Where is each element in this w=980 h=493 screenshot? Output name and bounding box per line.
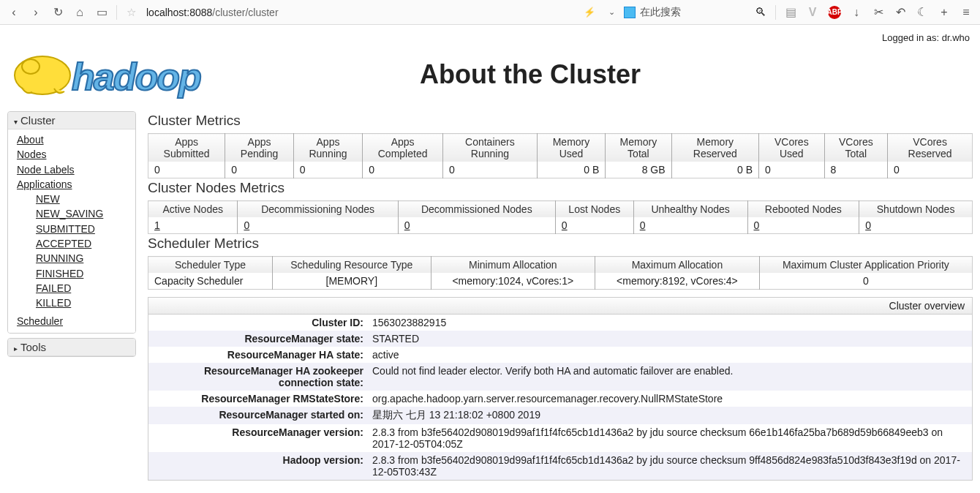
table-cell: 0 (225, 162, 294, 178)
overview-value: active (368, 347, 972, 363)
reader-icon[interactable]: ▭ (92, 3, 111, 22)
moon-icon[interactable]: ☾ (913, 3, 932, 22)
overview-value: STARTED (368, 331, 972, 347)
column-header: Rebooted Nodes (747, 201, 859, 218)
overview-value: 1563023882915 (368, 315, 972, 331)
table-cell: Capacity Scheduler (148, 273, 273, 290)
extension-icon[interactable]: ▤ (781, 3, 800, 22)
table-cell: <memory:8192, vCores:4> (595, 273, 760, 290)
table-cell: 0 (443, 162, 538, 178)
column-header: Shutdown Nodes (859, 201, 973, 218)
reload-icon[interactable]: ↻ (48, 3, 67, 22)
table-cell: <memory:1024, vCores:1> (431, 273, 595, 290)
overview-key: Hadoop version: (148, 452, 368, 480)
bookmark-star-icon[interactable]: ☆ (127, 6, 136, 19)
metric-link[interactable]: 0 (244, 219, 249, 231)
metric-link[interactable]: 0 (640, 219, 646, 231)
table-cell: 0 (747, 217, 859, 234)
table-cell: 0 (759, 273, 972, 290)
table-cell: 0 (238, 217, 398, 234)
column-header: Memory Total (606, 134, 671, 162)
menu-icon[interactable]: ≡ (957, 3, 976, 22)
sidebar-item-appstate-submitted[interactable]: SUBMITTED (17, 222, 135, 236)
table-cell: 0 (759, 162, 825, 178)
plus-icon[interactable]: + (935, 3, 954, 22)
column-header: Apps Running (293, 134, 362, 162)
v-icon[interactable]: V (803, 3, 822, 22)
cluster-metrics-table: Apps SubmittedApps PendingApps RunningAp… (148, 133, 973, 178)
sidebar-item-appstate-accepted[interactable]: ACCEPTED (17, 236, 135, 251)
column-header: Decommissioning Nodes (238, 201, 398, 218)
table-cell: [MEMORY] (273, 273, 431, 290)
download-icon[interactable]: ↓ (847, 3, 866, 22)
table-cell: 0 B (537, 162, 605, 178)
metric-link[interactable]: 1 (154, 219, 160, 231)
scheduler-metrics-table: Scheduler TypeScheduling Resource TypeMi… (148, 256, 973, 290)
scissors-icon[interactable]: ✂ (869, 3, 888, 22)
column-header: VCores Total (824, 134, 887, 162)
adblock-icon[interactable]: ABP (825, 3, 844, 22)
lightning-icon[interactable]: ⚡ (580, 3, 599, 22)
scheduler-metrics-heading: Scheduler Metrics (148, 236, 973, 252)
sidebar-item-scheduler[interactable]: Scheduler (17, 314, 135, 328)
search-icon[interactable]: 🔍︎ (751, 3, 770, 22)
back-icon[interactable]: ‹ (4, 3, 23, 22)
page-title: About the Cluster (88, 59, 973, 90)
forward-icon[interactable]: › (26, 3, 45, 22)
overview-key: ResourceManager version: (148, 424, 368, 452)
login-prefix: Logged in as: (882, 32, 942, 43)
overview-key: ResourceManager RMStateStore: (148, 391, 368, 407)
column-header: VCores Used (759, 134, 825, 162)
sidebar-item-applications[interactable]: Applications (17, 177, 135, 192)
sidebar-item-appstate-new[interactable]: NEW (17, 192, 135, 206)
cluster-overview-title: Cluster overview (148, 298, 972, 315)
sidebar-section-tools[interactable]: ▸Tools (8, 339, 135, 356)
table-cell: 0 (363, 162, 443, 178)
nodes-metrics-table: Active NodesDecommissioning NodesDecommi… (148, 200, 973, 234)
column-header: Minimum Allocation (431, 257, 595, 274)
column-header: Containers Running (443, 134, 538, 162)
svg-point-1 (22, 59, 39, 74)
column-header: Scheduling Resource Type (273, 257, 431, 274)
table-cell: 0 (633, 217, 747, 234)
table-cell: 0 (398, 217, 555, 234)
sidebar-item-appstate-failed[interactable]: FAILED (17, 281, 135, 296)
undo-icon[interactable]: ↶ (891, 3, 910, 22)
sidebar-item-appstate-new_saving[interactable]: NEW_SAVING (17, 206, 135, 221)
search-engine-icon (624, 7, 636, 18)
metric-link[interactable]: 0 (562, 219, 568, 231)
table-cell: 0 (148, 162, 225, 178)
caret-right-icon: ▸ (14, 345, 18, 353)
sidebar-item-about[interactable]: About (17, 132, 135, 147)
column-header: Memory Used (537, 134, 605, 162)
sidebar-item-node-labels[interactable]: Node Labels (17, 162, 135, 177)
address-bar[interactable]: ☆ localhost:8088/cluster/cluster (122, 6, 577, 19)
overview-key: ResourceManager state: (148, 331, 368, 347)
table-cell: 8 GB (606, 162, 671, 178)
sidebar-section-cluster[interactable]: ▾Cluster (8, 112, 135, 129)
chevron-down-icon[interactable]: ⌄ (602, 3, 621, 22)
sidebar-item-appstate-running[interactable]: RUNNING (17, 251, 135, 266)
column-header: Maximum Allocation (595, 257, 760, 274)
sidebar-item-appstate-finished[interactable]: FINISHED (17, 266, 135, 281)
metric-link[interactable]: 0 (865, 219, 871, 231)
metric-link[interactable]: 0 (754, 219, 760, 231)
table-cell: 0 (859, 217, 973, 234)
column-header: Maximum Cluster Application Priority (759, 257, 972, 274)
overview-value: Could not find leader elector. Verify bo… (368, 363, 972, 391)
sidebar-item-appstate-killed[interactable]: KILLED (17, 296, 135, 310)
column-header: Memory Reserved (671, 134, 758, 162)
nodes-metrics-heading: Cluster Nodes Metrics (148, 180, 973, 196)
column-header: Apps Completed (363, 134, 443, 162)
overview-value: org.apache.hadoop.yarn.server.resourcema… (368, 391, 972, 407)
sidebar-item-nodes[interactable]: Nodes (17, 147, 135, 162)
table-cell: 1 (148, 217, 238, 234)
table-cell: 8 (824, 162, 887, 178)
column-header: Active Nodes (148, 201, 238, 218)
table-cell: 0 (555, 217, 633, 234)
sidebar: ▾Cluster AboutNodesNode LabelsApplicatio… (7, 111, 136, 481)
search-box[interactable]: 在此搜索 (624, 6, 748, 19)
home-icon[interactable]: ⌂ (70, 3, 89, 22)
metric-link[interactable]: 0 (404, 219, 410, 231)
browser-toolbar: ‹ › ↻ ⌂ ▭ ☆ localhost:8088/cluster/clust… (0, 0, 980, 25)
